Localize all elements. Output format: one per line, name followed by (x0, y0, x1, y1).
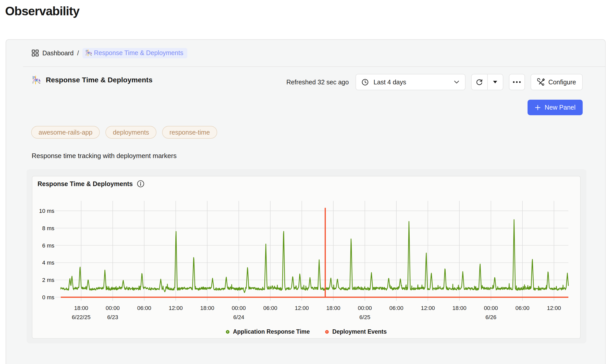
tools-icon (537, 78, 545, 86)
page-title: Observability (5, 4, 79, 18)
svg-text:6/22/25: 6/22/25 (72, 314, 90, 320)
breadcrumb-current-chip[interactable]: 🎠 Response Time & Deployments (82, 48, 187, 58)
clock-icon (362, 79, 369, 86)
svg-text:06:00: 06:00 (389, 305, 403, 311)
svg-text:6/23: 6/23 (107, 314, 118, 320)
refresh-button[interactable] (472, 74, 487, 90)
panel-title: Response Time & Deployments (46, 76, 152, 84)
breadcrumb-root[interactable]: Dashboard (42, 49, 74, 57)
panel-header: 🎠 Response Time & Deployments (32, 75, 152, 84)
svg-text:18:00: 18:00 (326, 305, 340, 311)
svg-text:6/25: 6/25 (359, 314, 370, 320)
svg-text:06:00: 06:00 (137, 305, 151, 311)
svg-text:4 ms: 4 ms (42, 259, 54, 266)
carousel-emoji-icon: 🎠 (85, 49, 92, 56)
panel-toolbar: Refreshed 32 sec ago Last 4 days (286, 74, 583, 90)
tag-deployments[interactable]: deployments (105, 126, 156, 139)
breadcrumb: Dashboard / 🎠 Response Time & Deployment… (32, 47, 187, 59)
tag-awesome-rails-app[interactable]: awesome-rails-app (31, 126, 100, 139)
panel-description: Response time tracking with deployment m… (32, 152, 177, 160)
svg-text:00:00: 00:00 (232, 305, 246, 311)
dashboard-card: Dashboard / 🎠 Response Time & Deployment… (6, 39, 606, 364)
chart-legend: Application Response Time Deployment Eve… (32, 328, 580, 335)
legend-label: Deployment Events (332, 328, 387, 335)
svg-text:18:00: 18:00 (452, 305, 466, 311)
refresh-split-button (471, 74, 503, 90)
svg-text:06:00: 06:00 (515, 305, 529, 311)
chart-card: Response Time & Deployments 18:006/22/25… (32, 176, 581, 339)
plus-icon (535, 105, 541, 111)
caret-down-icon (493, 81, 497, 84)
svg-text:6 ms: 6 ms (42, 242, 54, 249)
green-ring-icon (226, 330, 229, 334)
breadcrumb-current-label: Response Time & Deployments (94, 49, 183, 57)
dashboard-grid-icon (32, 49, 39, 57)
svg-text:00:00: 00:00 (484, 305, 498, 311)
refresh-icon (475, 78, 483, 86)
svg-text:00:00: 00:00 (358, 305, 372, 311)
refreshed-status: Refreshed 32 sec ago (286, 79, 349, 86)
svg-text:12:00: 12:00 (295, 305, 309, 311)
svg-text:8 ms: 8 ms (42, 225, 54, 231)
svg-text:00:00: 00:00 (106, 305, 120, 311)
header-divider (23, 66, 605, 67)
chevron-down-icon (454, 80, 459, 84)
svg-text:2 ms: 2 ms (42, 277, 54, 283)
breadcrumb-separator: / (77, 49, 79, 57)
legend-item-deployments[interactable]: Deployment Events (325, 328, 387, 335)
more-actions-button[interactable] (509, 74, 525, 90)
time-range-select[interactable]: Last 4 days (356, 74, 466, 90)
response-time-chart: 18:006/22/2500:006/2306:0012:0018:0000:0… (32, 176, 581, 339)
ellipsis-icon (512, 81, 521, 83)
tags-row: awesome-rails-app deployments response-t… (31, 126, 217, 139)
svg-text:12:00: 12:00 (547, 305, 561, 311)
time-range-value: Last 4 days (374, 79, 406, 86)
configure-button[interactable]: Configure (531, 74, 583, 90)
chart-wrapper: Response Time & Deployments 18:006/22/25… (27, 169, 586, 343)
svg-text:18:00: 18:00 (74, 305, 88, 311)
svg-text:18:00: 18:00 (200, 305, 214, 311)
tag-response-time[interactable]: response-time (162, 126, 217, 139)
carousel-emoji-icon: 🎠 (32, 75, 41, 84)
svg-text:6/24: 6/24 (233, 314, 244, 320)
legend-label: Application Response Time (233, 328, 310, 335)
legend-item-response-time[interactable]: Application Response Time (226, 328, 310, 335)
svg-text:12:00: 12:00 (421, 305, 435, 311)
red-ring-icon (325, 330, 329, 334)
svg-text:10 ms: 10 ms (39, 208, 54, 214)
svg-text:12:00: 12:00 (169, 305, 183, 311)
configure-label: Configure (548, 79, 576, 86)
svg-text:6/26: 6/26 (485, 314, 496, 320)
refresh-options-caret[interactable] (487, 74, 503, 90)
svg-text:06:00: 06:00 (263, 305, 277, 311)
new-panel-button[interactable]: New Panel (528, 100, 583, 115)
svg-text:0 ms: 0 ms (42, 294, 54, 301)
new-panel-label: New Panel (545, 104, 576, 111)
